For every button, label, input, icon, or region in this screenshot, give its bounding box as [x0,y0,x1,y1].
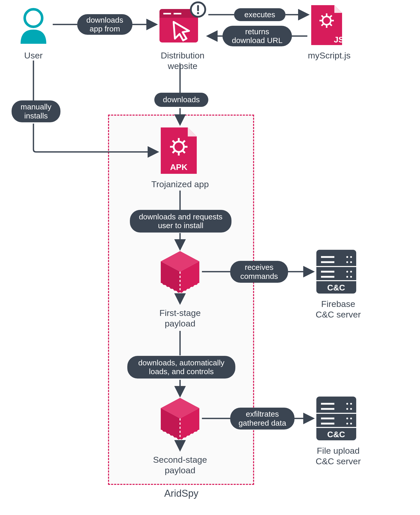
js-file-icon: JS [311,5,344,45]
svg-rect-3 [159,15,198,18]
trojanized-app-label: Trojanized app [147,179,213,190]
js-file-label: JS [334,35,344,44]
edge-manually-installs: manually installs [12,100,60,122]
svg-point-53 [346,403,348,405]
apk-file-label: APK [170,162,187,172]
edge-downloads-requests-install: downloads and requests user to install [130,210,231,233]
edge-executes: executes [234,8,285,21]
apk-file-icon: APK [161,127,197,174]
file-upload-server-icon: C&C [316,397,356,440]
second-stage-label: Second-stage payload [149,454,211,476]
svg-point-55 [346,408,348,410]
svg-point-45 [346,271,348,273]
svg-point-41 [350,261,352,263]
svg-point-60 [346,418,348,419]
svg-point-62 [346,423,348,425]
first-stage-cube-icon [161,251,199,303]
cc-label-1: C&C [327,283,345,292]
svg-point-48 [350,276,352,278]
svg-point-56 [350,408,352,410]
svg-point-54 [350,403,352,405]
edge-receives-commands: receives commands [230,261,288,283]
svg-point-8 [197,12,199,14]
aridspy-group-label: AridSpy [159,488,203,499]
file-upload-cc-label: File upload C&C server [311,445,365,467]
svg-point-46 [350,271,352,273]
edge-downloads-loads-controls: downloads, automatically loads, and cont… [127,356,235,379]
svg-point-38 [346,256,348,258]
user-icon [21,9,46,44]
distribution-website-label: Distribution website [154,50,211,71]
edge-downloads-app-from: downloads app from [77,14,132,35]
svg-point-0 [25,9,42,27]
firebase-cc-label: Firebase C&C server [311,299,365,320]
svg-point-39 [350,256,352,258]
edge-returns-download-url: returns download URL [222,26,292,46]
user-label: User [21,50,46,61]
first-stage-label: First-stage payload [153,308,207,329]
svg-point-40 [346,261,348,263]
edge-exfiltrates-data: exfiltrates gathered data [230,408,294,430]
svg-point-61 [350,418,352,419]
second-stage-cube-icon [161,398,199,449]
svg-point-63 [350,423,352,425]
myscript-label: myScript.js [303,50,355,61]
diagram-svg-layer: JS APK [0,0,420,515]
cc-label-2: C&C [327,430,345,439]
distribution-website-icon [159,2,205,42]
svg-point-47 [346,276,348,278]
edge-downloads: downloads [154,93,208,107]
diagram-canvas: JS APK [0,0,420,515]
firebase-server-icon: C&C [316,250,356,294]
